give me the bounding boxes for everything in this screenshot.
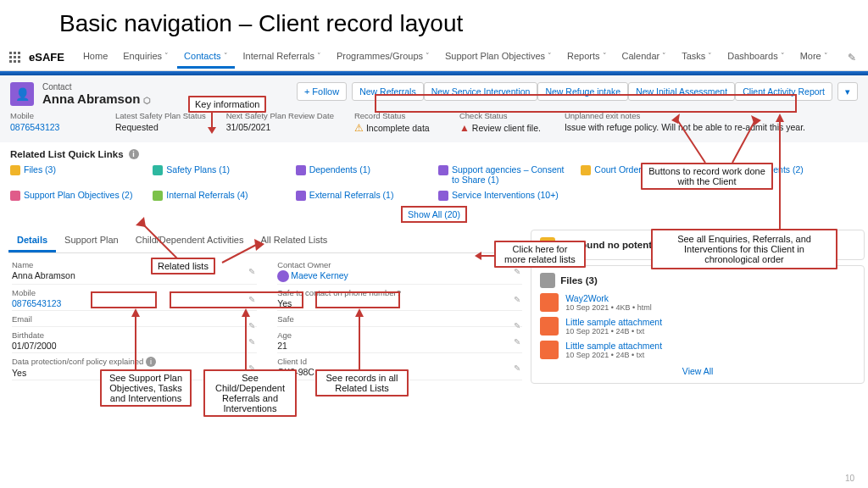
nav-tasks[interactable]: Tasks ˅ (675, 46, 719, 69)
action-bar: + Follow New ReferralsNew Service Interv… (297, 82, 858, 101)
record-type-label: Contact (42, 82, 151, 92)
svg-rect-2 (18, 52, 20, 54)
nav-contacts[interactable]: Contacts ˅ (177, 46, 234, 69)
svg-rect-3 (9, 56, 12, 58)
info-icon[interactable]: i (129, 149, 139, 159)
tab-all-related-lists[interactable]: All Related Lists (252, 230, 336, 252)
svg-rect-8 (18, 60, 20, 63)
svg-rect-7 (14, 60, 16, 63)
file-item[interactable]: Little sample attachment10 Sep 2021 • 24… (540, 341, 855, 359)
edit-nav-icon[interactable]: ✎ (844, 48, 860, 67)
info-icon[interactable]: i (146, 357, 156, 367)
annot-see-records: See records in all Related Lists (315, 369, 409, 396)
highlights-panel: Mobile 0876543123Latest Safety Plan Stat… (0, 106, 868, 142)
svg-rect-4 (14, 56, 16, 58)
file-item[interactable]: Little sample attachment10 Sep 2021 • 24… (540, 317, 855, 336)
quicklink[interactable]: Support agencies – Consent to Share (1) (438, 164, 572, 185)
quicklink[interactable]: External Referrals (1) (296, 190, 430, 201)
annot-see-enq: See all Enquiries, Referrals, and Interv… (651, 229, 837, 269)
action-new-refuge-intake[interactable]: New Refuge intake (537, 82, 628, 101)
edit-icon[interactable]: ✎ (248, 295, 255, 304)
detail-contact-owner: Contact OwnerMaeve Kerney✎ (277, 260, 522, 285)
svg-rect-6 (9, 60, 12, 63)
quicklink[interactable]: Safety Plans (1) (153, 164, 287, 185)
files-icon (540, 273, 555, 288)
detail-email: Email✎ (12, 314, 257, 327)
quicklink[interactable]: Files (3) (10, 164, 144, 185)
action-new-referrals[interactable]: New Referrals (352, 82, 424, 101)
quicklink[interactable]: Service Interventions (10+) (438, 190, 572, 201)
file-thumb-icon (540, 317, 559, 336)
files-view-all[interactable]: View All (540, 366, 855, 376)
slide-title: Basic navigation – Client record layout (0, 0, 868, 44)
more-actions-button[interactable]: ▾ (837, 82, 858, 101)
svg-rect-0 (9, 52, 12, 54)
app-brand: eSAFE (29, 51, 64, 64)
detail-tabs: DetailsSupport PlanChild/Dependent Activ… (8, 230, 526, 253)
file-thumb-icon (540, 293, 559, 312)
field-latest-safety-plan-status: Latest Safety Plan Status Requested (115, 111, 206, 134)
action-new-initial-assessment[interactable]: New Initial Assessment (628, 82, 735, 101)
annot-click-more: Click here for more related lists (494, 241, 586, 268)
detail-safe-to-contact-on-phone-number-: Safe to contact on phone number?Yes✎ (277, 288, 522, 311)
contact-name: Anna Abramson ⬡ (42, 92, 151, 106)
nav-support-plan-objectives[interactable]: Support Plan Objectives ˅ (438, 46, 559, 69)
detail-safe: Safe✎ (277, 314, 522, 327)
file-thumb-icon (540, 341, 559, 359)
detail-mobile: Mobile0876543123✎ (12, 288, 257, 311)
field-unplanned-exit-notes: Unplanned exit notes Issue with refuge p… (565, 111, 805, 134)
field-mobile: Mobile 0876543123 (10, 111, 95, 134)
nav-calendar[interactable]: Calendar ˅ (615, 46, 674, 69)
quicklink[interactable]: Dependents (1) (296, 164, 430, 185)
contact-icon: 👤 (10, 82, 34, 106)
main-nav: HomeEnquiries ˅Contacts ˅Internal Referr… (76, 46, 835, 69)
nav-internal-referrals[interactable]: Internal Referrals ˅ (236, 46, 328, 69)
field-record-status: Record Status⚠ Incomplete data (354, 111, 439, 134)
file-item[interactable]: Way2Work10 Sep 2021 • 4KB • html (540, 293, 855, 312)
quicklink[interactable]: Support Plan Objectives (2) (10, 190, 144, 201)
tab-details[interactable]: Details (8, 230, 56, 252)
edit-icon[interactable]: ✎ (248, 337, 255, 347)
show-all-link[interactable]: Show All (20) (396, 206, 472, 223)
field-next-safety-plan-review-date: Next Safety Plan Review Date 31/05/2021 (226, 111, 334, 134)
detail-age: Age21✎ (277, 330, 522, 353)
detail-name: NameAnna Abramson✎ (12, 260, 257, 285)
tab-support-plan[interactable]: Support Plan (56, 230, 127, 252)
nav-home[interactable]: Home (76, 46, 114, 69)
tab-child-dependent-activities[interactable]: Child/Dependent Activities (127, 230, 253, 252)
edit-icon[interactable]: ✎ (514, 363, 520, 373)
edit-icon[interactable]: ✎ (514, 295, 520, 304)
edit-icon[interactable]: ✎ (248, 267, 255, 276)
annot-key-info: Key information (188, 96, 266, 113)
action-new-service-intervention[interactable]: New Service Intervention (424, 82, 538, 101)
action-client-activity-report[interactable]: Client Activity Report (735, 82, 832, 101)
detail-birthdate: Birthdate01/07/2000✎ (12, 330, 257, 353)
annot-see-support: See Support Plan Objectives, Tasks and I… (100, 369, 192, 407)
nav-programmes-groups[interactable]: Programmes/Groups ˅ (330, 46, 437, 69)
nav-enquiries[interactable]: Enquiries ˅ (116, 46, 175, 69)
topbar: eSAFE HomeEnquiries ˅Contacts ˅Internal … (0, 44, 868, 71)
svg-rect-5 (18, 56, 20, 58)
app-launcher-icon[interactable] (8, 51, 22, 64)
svg-rect-1 (14, 52, 16, 54)
annot-see-child: See Child/Dependent Referrals and Interv… (203, 369, 297, 417)
edit-icon[interactable]: ✎ (514, 321, 520, 330)
edit-icon[interactable]: ✎ (514, 267, 520, 276)
quick-links-heading: Related List Quick Links i (10, 149, 858, 159)
edit-icon[interactable]: ✎ (514, 337, 520, 347)
follow-button[interactable]: + Follow (297, 82, 347, 101)
record-header: 👤 Contact Anna Abramson ⬡ + Follow New R… (0, 75, 868, 106)
quicklink[interactable]: Internal Referrals (4) (153, 190, 287, 201)
detail-panel: DetailsSupport PlanChild/Dependent Activ… (8, 230, 526, 387)
page-number: 10 (845, 474, 854, 483)
edit-icon[interactable]: ✎ (248, 321, 255, 330)
nav-dashboards[interactable]: Dashboards ˅ (721, 46, 791, 69)
nav-reports[interactable]: Reports ˅ (560, 46, 614, 69)
files-panel: Files (3) Way2Work10 Sep 2021 • 4KB • ht… (531, 265, 865, 384)
nav-more[interactable]: More ˅ (793, 46, 835, 69)
field-check-status: Check Status▲ Review client file. (459, 111, 544, 134)
annot-buttons: Buttons to record work done with the Cli… (641, 163, 773, 190)
annot-related-lists: Related lists (151, 258, 215, 274)
